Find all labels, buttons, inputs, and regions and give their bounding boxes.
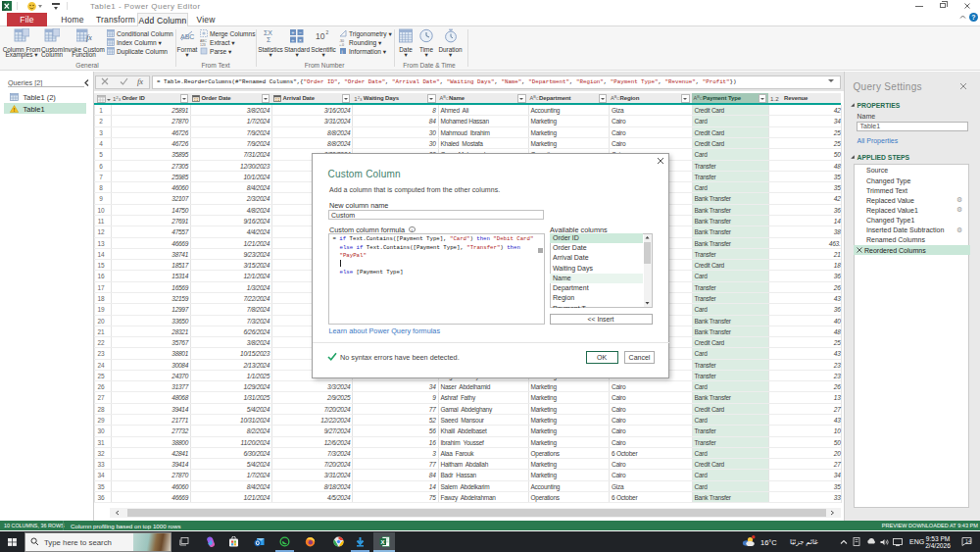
svg-text:Σ: Σ xyxy=(267,36,271,43)
svg-text:i: i xyxy=(342,48,343,54)
svg-text:+.0: +.0 xyxy=(339,43,344,46)
svg-text:X: X xyxy=(381,539,385,545)
svg-text:10: 10 xyxy=(316,31,325,41)
svg-text:fx: fx xyxy=(86,33,92,42)
svg-text:÷: ÷ xyxy=(291,37,294,43)
svg-text:+: + xyxy=(291,29,294,35)
svg-text:!: ! xyxy=(13,107,15,113)
svg-text:×: × xyxy=(299,37,302,43)
svg-text:−: − xyxy=(299,29,302,35)
svg-text:2: 2 xyxy=(326,29,329,35)
svg-text:123: 123 xyxy=(200,43,206,46)
svg-text:ΣΧ: ΣΧ xyxy=(264,29,272,36)
